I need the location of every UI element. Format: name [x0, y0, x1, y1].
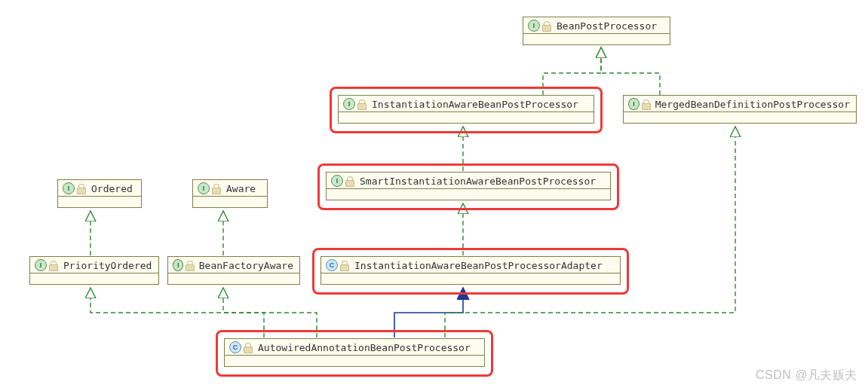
lock-icon: [185, 261, 194, 270]
lock-icon: [541, 21, 552, 30]
interface-icon: I: [528, 20, 540, 32]
class-icon: C: [326, 259, 338, 271]
node-instantiation-aware-bpp: IInstantiationAwareBeanPostProcessor: [338, 95, 594, 124]
node-priority-ordered: IPriorityOrdered: [29, 256, 159, 285]
interface-icon: I: [173, 259, 183, 271]
interface-icon: I: [628, 98, 639, 110]
node-autowired-annotation-bpp: CAutowiredAnnotationBeanPostProcessor: [224, 338, 485, 367]
node-merged-bean-def-pp: IMergedBeanDefinitionPostProcessor: [623, 95, 857, 124]
lock-icon: [211, 184, 222, 193]
lock-icon: [76, 184, 87, 193]
node-label: PriorityOrdered: [63, 260, 152, 271]
node-ordered: IOrdered: [57, 179, 142, 208]
node-label: MergedBeanDefinitionPostProcessor: [655, 99, 850, 110]
interface-icon: I: [35, 259, 47, 271]
lock-icon: [345, 176, 355, 185]
node-label: AutowiredAnnotationBeanPostProcessor: [258, 342, 471, 353]
node-label: SmartInstantiationAwareBeanPostProcessor: [360, 176, 596, 187]
node-instantiation-aware-bpp-adapter: CInstantiationAwareBeanPostProcessorAdap…: [321, 256, 621, 285]
node-label: Ordered: [91, 183, 133, 194]
node-smart-instantiation-aware-bpp: ISmartInstantiationAwareBeanPostProcesso…: [326, 172, 611, 200]
node-bean-post-processor: IBeanPostProcessor: [523, 17, 670, 45]
lock-icon: [48, 261, 59, 270]
interface-icon: I: [343, 98, 355, 110]
interface-icon: I: [63, 182, 75, 194]
node-label: InstantiationAwareBeanPostProcessorAdapt…: [354, 260, 603, 271]
node-bean-factory-aware: IBeanFactoryAware: [167, 256, 300, 285]
node-label: InstantiationAwareBeanPostProcessor: [372, 99, 578, 110]
node-label: BeanPostProcessor: [557, 20, 657, 32]
interface-icon: I: [198, 182, 210, 194]
class-icon: C: [229, 341, 241, 353]
lock-icon: [339, 261, 350, 270]
lock-icon: [357, 99, 367, 108]
node-aware: IAware: [192, 179, 268, 208]
node-label: Aware: [226, 183, 256, 194]
lock-icon: [641, 99, 651, 108]
watermark: CSDN @凡夫贩夫: [756, 368, 857, 383]
node-label: BeanFactoryAware: [199, 260, 293, 271]
lock-icon: [243, 343, 253, 352]
interface-icon: I: [331, 175, 343, 187]
